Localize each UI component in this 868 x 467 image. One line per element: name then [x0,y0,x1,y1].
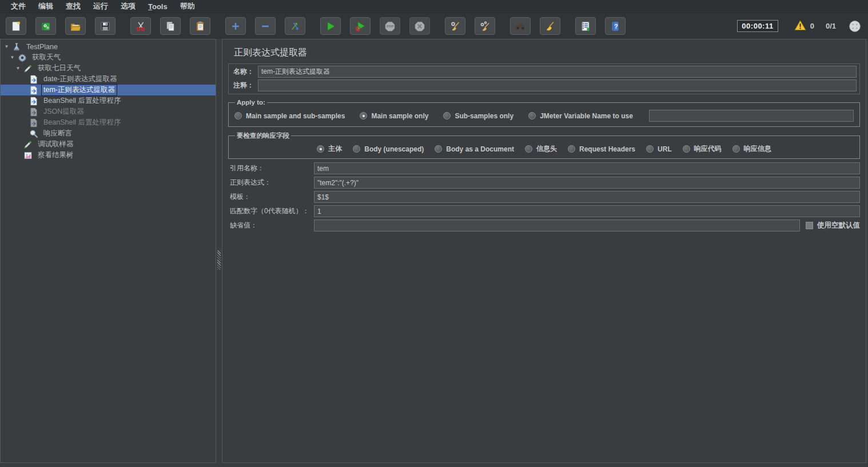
radio-main-sample-only[interactable]: Main sample only [360,112,428,120]
name-input[interactable] [258,66,857,78]
search-icon [515,21,526,32]
test-plan-tree: ▼TestPlane▼获取天气▼获取七日天气date-正则表达式提取器tem-正… [0,39,216,463]
comments-label: 注释： [232,81,258,90]
comments-input[interactable] [258,79,857,91]
expand-all-button[interactable] [225,17,246,35]
toggle-button[interactable] [285,17,305,35]
response-field-group: 要检查的响应字段 主体Body (unescaped)Body as a Doc… [228,131,860,159]
search-button[interactable] [510,17,531,35]
match-no-input[interactable] [314,205,860,217]
start-no-pauses-icon [355,21,366,32]
tree-item-label: tem-正则表达式提取器 [42,85,117,95]
radio-body-as-document[interactable]: Body as a Document [435,145,514,153]
tree-item-label: BeanShell 后置处理程序 [42,95,122,106]
tree-item-date-regex-extractor[interactable]: date-正则表达式提取器 [1,74,216,85]
svg-text:?: ? [614,23,618,30]
menu-run[interactable]: 运行 [87,0,114,13]
radio-url[interactable]: URL [646,145,672,153]
default-value-input[interactable] [314,219,800,231]
start-no-pauses-button[interactable] [350,17,371,35]
tree-item-view-results-tree[interactable]: 察看结果树 [1,150,216,161]
templates-button[interactable] [35,17,56,35]
radio-request-headers[interactable]: Request Headers [568,145,635,153]
radio-label: JMeter Variable Name to use [540,112,633,120]
copy-button[interactable] [160,17,181,35]
save-icon [99,21,111,32]
paste-button[interactable] [190,17,210,35]
tree-item-label: 察看结果树 [36,150,75,161]
tree-item-test-plan[interactable]: ▼TestPlane [1,41,216,52]
radio-response-code[interactable]: 响应代码 [683,144,722,154]
menu-tools[interactable]: Tools [142,1,174,13]
jmeter-variable-name-input[interactable] [649,110,854,122]
search-reset-icon [544,21,556,32]
radio-response-message[interactable]: 响应信息 [732,144,771,154]
menu-file[interactable]: 文件 [5,0,32,13]
regex-row: 正则表达式： [228,177,860,189]
radio-icon [317,145,324,153]
tree-item-debug-sampler[interactable]: 调试取样器 [1,139,216,150]
new-button[interactable] [6,17,26,35]
tree-item-label: 获取七日天气 [36,63,82,74]
radio-icon [646,145,654,153]
cut-icon [135,21,146,32]
log-errors-indicator[interactable]: 0 [794,20,814,33]
clear-all-button[interactable] [475,17,495,35]
tree-item-http-sampler[interactable]: ▼获取七日天气 [1,63,216,74]
radio-sub-samples-only[interactable]: Sub-samples only [443,112,513,120]
expand-arrow-icon[interactable]: ▼ [9,55,15,60]
start-button[interactable] [320,17,341,35]
tree-item-beanshell-postprocessor-2[interactable]: BeanShell 后置处理程序 [1,117,216,128]
page-title: 正则表达式提取器 [234,47,860,59]
menu-help[interactable]: 帮助 [174,0,201,13]
tree-item-json-extractor[interactable]: JSON提取器 [1,106,216,117]
remote-indicator-icon [849,20,861,33]
toolbar-group-5 [510,17,560,35]
ref-name-input[interactable] [314,162,860,174]
radio-icon [234,112,242,119]
svg-text:STOP: STOP [387,25,393,27]
panel-splitter[interactable] [216,39,222,463]
radio-jmeter-variable-name[interactable]: JMeter Variable Name to use [528,112,633,120]
template-input[interactable] [314,191,860,203]
expand-arrow-icon[interactable]: ▼ [3,44,10,49]
tree-item-tem-regex-extractor[interactable]: tem-正则表达式提取器 [1,85,216,95]
radio-icon [360,112,367,119]
function-helper-button[interactable] [575,17,596,35]
use-empty-default-label: 使用空默认值 [817,221,860,230]
radio-body[interactable]: 主体 [317,144,342,154]
clear-icon [449,21,461,32]
tree-item-thread-group[interactable]: ▼获取天气 [1,52,216,63]
radio-icon [732,145,740,153]
radio-label: 主体 [328,144,342,154]
radio-label: 信息头 [536,144,557,154]
new-file-icon [10,21,22,32]
radio-body-unescaped[interactable]: Body (unescaped) [353,145,424,153]
tree-item-label: TestPlane [25,42,59,51]
clear-button[interactable] [445,17,465,35]
menu-edit[interactable]: 编辑 [32,0,59,13]
menu-options[interactable]: 选项 [114,0,142,13]
tree-item-beanshell-postprocessor-1[interactable]: BeanShell 后置处理程序 [1,95,216,106]
help-button[interactable]: ? [605,17,626,35]
radio-label: Body as a Document [446,145,514,153]
radio-main-sample-and-sub-samples[interactable]: Main sample and sub-samples [234,112,345,120]
expand-arrow-icon[interactable]: ▼ [15,66,21,71]
search-reset-button[interactable] [540,17,560,35]
cut-button[interactable] [130,17,151,35]
save-button[interactable] [95,17,116,35]
toolbar-group-6: ? [575,17,626,35]
radio-label: Main sample and sub-samples [246,112,345,120]
name-comments-box: 名称： 注释： [228,63,860,94]
open-button[interactable] [65,17,86,35]
tree-item-response-assertion[interactable]: 响应断言 [1,128,216,139]
radio-headers[interactable]: 信息头 [525,144,557,154]
use-empty-default-checkbox[interactable] [806,222,813,229]
menu-search[interactable]: 查找 [59,0,87,13]
regex-input[interactable] [314,177,860,189]
name-label: 名称： [232,67,258,77]
toolbar-group-2 [225,17,305,35]
elapsed-timer: 00:00:11 [737,20,778,32]
template-label: 模板： [228,192,314,202]
collapse-all-button[interactable] [255,17,276,35]
